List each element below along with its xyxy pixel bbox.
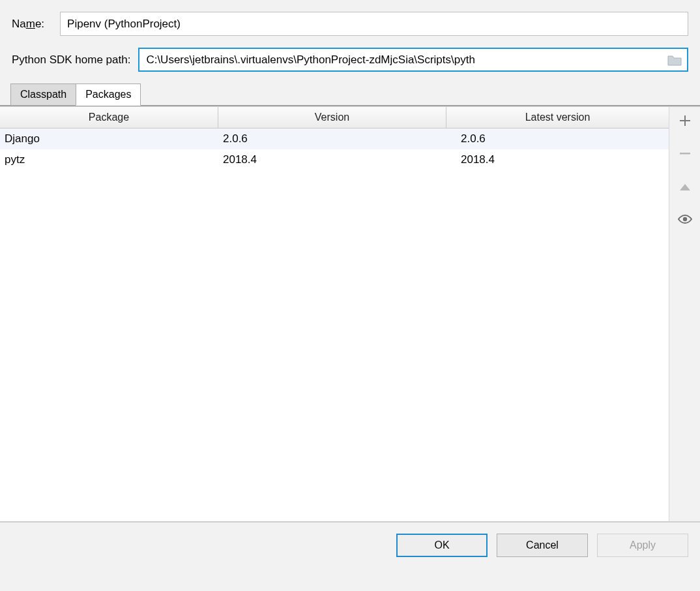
- cell-latest: 2.0.6: [446, 132, 669, 145]
- name-label: Name:: [12, 18, 44, 31]
- col-header-package[interactable]: Package: [0, 107, 218, 128]
- svg-point-1: [682, 217, 686, 221]
- show-early-releases-button[interactable]: [675, 210, 695, 228]
- browse-folder-icon[interactable]: [666, 53, 683, 67]
- sdk-path-input[interactable]: [146, 53, 666, 67]
- add-package-button[interactable]: [675, 112, 695, 130]
- cancel-button[interactable]: Cancel: [497, 534, 588, 557]
- plus-icon: [679, 112, 691, 130]
- cell-package: Django: [0, 132, 218, 145]
- cell-version: 2018.4: [218, 153, 446, 166]
- triangle-up-icon: [679, 177, 691, 196]
- minus-icon: [679, 145, 691, 163]
- name-input[interactable]: [60, 12, 688, 36]
- sdk-path-label: Python SDK home path:: [12, 53, 130, 67]
- cell-package: pytz: [0, 153, 218, 166]
- col-header-version[interactable]: Version: [218, 107, 446, 128]
- sdk-path-field[interactable]: [138, 48, 688, 72]
- table-row[interactable]: Django 2.0.6 2.0.6: [0, 129, 669, 149]
- cell-latest: 2018.4: [446, 153, 669, 166]
- col-header-latest[interactable]: Latest version: [446, 107, 669, 128]
- table-row[interactable]: pytz 2018.4 2018.4: [0, 149, 669, 170]
- tab-packages[interactable]: Packages: [76, 83, 141, 106]
- eye-icon: [678, 210, 692, 228]
- apply-button: Apply: [597, 534, 688, 557]
- ok-button[interactable]: OK: [396, 534, 488, 557]
- packages-table: Package Version Latest version Django 2.…: [0, 107, 669, 521]
- upgrade-package-button[interactable]: [675, 177, 695, 196]
- cell-version: 2.0.6: [218, 132, 446, 145]
- svg-rect-0: [680, 153, 690, 155]
- remove-package-button[interactable]: [675, 145, 695, 163]
- tab-classpath[interactable]: Classpath: [10, 83, 76, 106]
